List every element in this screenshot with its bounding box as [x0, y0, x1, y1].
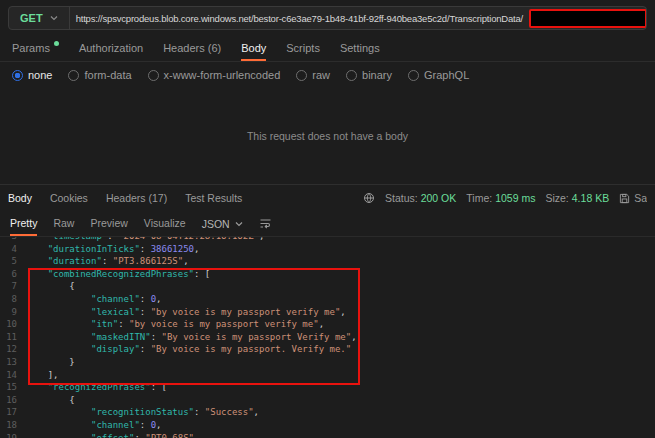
response-body-viewer[interactable]: 3 "timestamp": "2024-08-04T12:28:16.162Z… [0, 237, 655, 438]
method-label: GET [20, 12, 43, 24]
url-input[interactable]: https://spsvcprodeus.blob.core.windows.n… [70, 13, 529, 24]
tab-params-label: Params [12, 42, 50, 54]
body-mode-binary[interactable]: binary [346, 69, 392, 81]
response-format-select[interactable]: JSON [202, 211, 243, 236]
status-value: 200 OK [421, 192, 457, 204]
code-line: 12 "display": "By voice is my passport. … [0, 343, 655, 356]
tab-scripts-label: Scripts [286, 42, 320, 54]
chevron-down-icon [235, 220, 243, 228]
code-line: 19 "offset": "PT0.68S", [0, 432, 655, 438]
globe-icon[interactable] [363, 192, 375, 204]
view-tab-raw-label: Raw [53, 217, 74, 229]
tab-headers-label: Headers (6) [163, 42, 221, 54]
tab-settings[interactable]: Settings [340, 36, 380, 61]
view-tab-raw[interactable]: Raw [53, 211, 74, 236]
postman-window: GET https://spsvcprodeus.blob.core.windo… [0, 0, 655, 438]
view-tab-preview-label: Preview [90, 217, 127, 229]
view-tab-preview[interactable]: Preview [90, 211, 127, 236]
radio-icon [408, 70, 419, 81]
code-line: 17 "recognitionStatus": "Success", [0, 406, 655, 419]
view-tab-visualize[interactable]: Visualize [144, 211, 186, 236]
status-label: Status: [385, 192, 418, 204]
time-value: 1059 ms [495, 192, 535, 204]
time-label: Time: [466, 192, 492, 204]
code-lines: 3 "timestamp": "2024-08-04T12:28:16.162Z… [0, 237, 655, 438]
response-format-label: JSON [202, 218, 230, 230]
body-mode-selector: none form-data x-www-form-urlencoded raw… [0, 62, 655, 88]
radio-icon [68, 70, 79, 81]
empty-body-area: This request does not have a body [0, 88, 655, 184]
code-line: 7 { [0, 280, 655, 293]
body-mode-none-label: none [28, 69, 52, 81]
code-line: 11 "maskedITN": "By voice is my passport… [0, 331, 655, 344]
url-redaction-box [529, 9, 647, 28]
code-line: 9 "lexical": "by voice is my passport ve… [0, 306, 655, 319]
body-mode-none[interactable]: none [12, 69, 52, 81]
view-tab-pretty[interactable]: Pretty [10, 211, 37, 236]
response-header: Body Cookies Headers (17) Test Results S… [0, 185, 655, 211]
body-mode-form-data-label: form-data [84, 69, 131, 81]
response-tab-cookies[interactable]: Cookies [50, 192, 88, 204]
response-pane: Body Cookies Headers (17) Test Results S… [0, 184, 655, 438]
radio-icon [148, 70, 159, 81]
url-control: GET https://spsvcprodeus.blob.core.windo… [8, 6, 647, 30]
body-mode-form-data[interactable]: form-data [68, 69, 131, 81]
view-tab-pretty-label: Pretty [10, 217, 37, 229]
code-line: 8 "channel": 0, [0, 293, 655, 306]
body-mode-graphql-label: GraphQL [424, 69, 469, 81]
chevron-down-icon [50, 14, 58, 22]
view-tab-visualize-label: Visualize [144, 217, 186, 229]
code-line: 14 ], [0, 369, 655, 382]
radio-icon [296, 70, 307, 81]
save-icon [619, 193, 630, 204]
empty-body-message: This request does not have a body [247, 130, 408, 142]
code-line: 6 "combinedRecognizedPhrases": [ [0, 268, 655, 281]
response-tab-headers[interactable]: Headers (17) [106, 192, 167, 204]
response-toolbar: Pretty Raw Preview Visualize JSON [0, 211, 655, 237]
tab-body-label: Body [241, 42, 266, 54]
body-mode-raw-label: raw [312, 69, 330, 81]
response-tab-body[interactable]: Body [8, 192, 32, 204]
code-line: 15 "recognizedPhrases": [ [0, 381, 655, 394]
body-mode-raw[interactable]: raw [296, 69, 330, 81]
wrap-text-icon[interactable] [259, 211, 272, 236]
code-line: 4 "durationInTicks": 38661250, [0, 243, 655, 256]
code-line: 13 } [0, 356, 655, 369]
code-line: 18 "channel": 0, [0, 419, 655, 432]
code-line: 5 "duration": "PT3.866125S", [0, 255, 655, 268]
body-mode-binary-label: binary [362, 69, 392, 81]
size-label: Size: [545, 192, 568, 204]
size-value: 4.18 KB [572, 192, 609, 204]
method-select[interactable]: GET [9, 7, 70, 29]
code-line: 16 { [0, 394, 655, 407]
body-mode-graphql[interactable]: GraphQL [408, 69, 469, 81]
tab-scripts[interactable]: Scripts [286, 36, 320, 61]
save-response-button[interactable]: Sa [619, 192, 647, 204]
save-response-label: Sa [634, 192, 647, 204]
response-tab-test-results[interactable]: Test Results [185, 192, 242, 204]
tab-params[interactable]: Params [12, 36, 59, 61]
body-mode-urlencoded-label: x-www-form-urlencoded [164, 69, 281, 81]
tab-body[interactable]: Body [241, 36, 266, 61]
response-tabs: Body Cookies Headers (17) Test Results [8, 192, 242, 204]
request-url-bar: GET https://spsvcprodeus.blob.core.windo… [0, 0, 655, 36]
tab-authorization[interactable]: Authorization [79, 36, 143, 61]
radio-icon [346, 70, 357, 81]
request-tabs: Params Authorization Headers (6) Body Sc… [0, 36, 655, 62]
tab-authorization-label: Authorization [79, 42, 143, 54]
tab-settings-label: Settings [340, 42, 380, 54]
body-mode-urlencoded[interactable]: x-www-form-urlencoded [148, 69, 281, 81]
response-meta: Status: 200 OK Time: 1059 ms Size: 4.18 … [363, 192, 647, 204]
code-line: 10 "itn": "by voice is my passport verif… [0, 318, 655, 331]
params-active-indicator [54, 41, 59, 46]
radio-icon [12, 70, 23, 81]
tab-headers[interactable]: Headers (6) [163, 36, 221, 61]
